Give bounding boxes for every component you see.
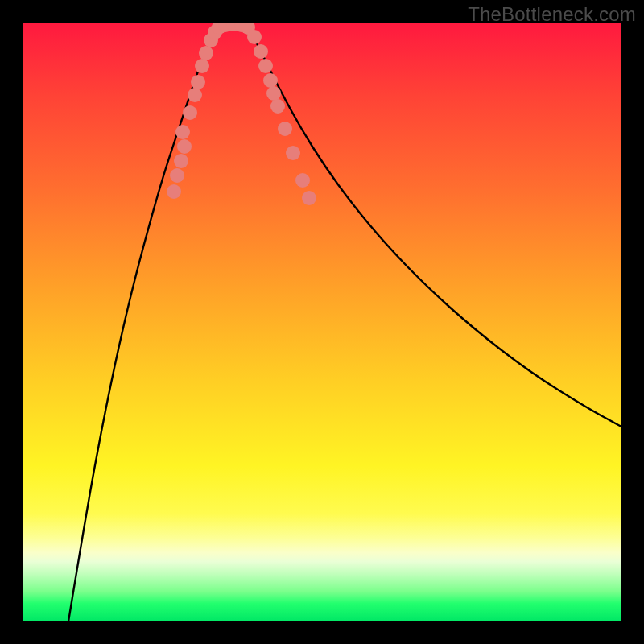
marker-dot [170, 168, 184, 183]
marker-dot [195, 59, 209, 73]
marker-dot [174, 154, 188, 168]
marker-dot [295, 173, 310, 188]
marker-dot [302, 191, 316, 205]
marker-dot [286, 146, 300, 160]
marker-dot [278, 122, 292, 136]
plot-area [23, 23, 621, 621]
chart-svg [23, 23, 621, 621]
marker-dot [270, 99, 285, 114]
marker-dot [254, 44, 268, 59]
bottleneck-curve [68, 23, 621, 622]
marker-dot [263, 73, 278, 88]
bottleneck-curve-path [68, 23, 621, 622]
marker-dot [175, 125, 190, 139]
marker-dot [177, 139, 192, 154]
watermark-text: TheBottleneck.com [468, 3, 636, 26]
marker-dot [266, 86, 281, 101]
marker-dot [258, 59, 273, 73]
chart-frame: TheBottleneck.com [0, 0, 644, 644]
marker-dot [247, 30, 262, 44]
marker-dot [183, 105, 197, 120]
marker-dot [191, 75, 205, 89]
marker-dot [199, 46, 213, 60]
marker-dot [188, 88, 202, 102]
marker-dot [167, 184, 181, 199]
